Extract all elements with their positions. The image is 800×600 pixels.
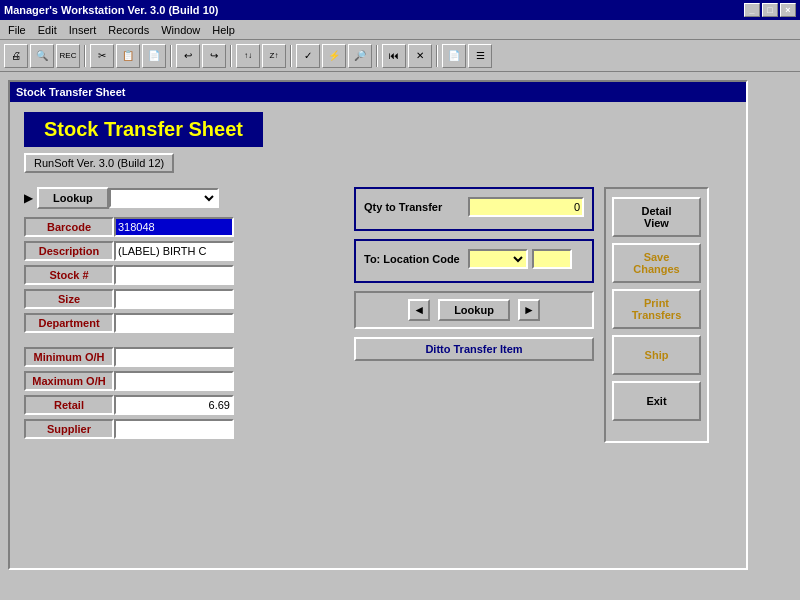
barcode-label: Barcode bbox=[24, 217, 114, 237]
retail-input[interactable] bbox=[114, 395, 234, 415]
exit-button[interactable]: Exit bbox=[612, 381, 701, 421]
title-bar-controls: _ □ × bbox=[744, 3, 796, 17]
min-oh-input[interactable] bbox=[114, 347, 234, 367]
menu-window[interactable]: Window bbox=[155, 22, 206, 38]
nav-prev-button[interactable]: ◄ bbox=[408, 299, 430, 321]
location-extra-input[interactable] bbox=[532, 249, 572, 269]
toolbar-cut-btn[interactable]: ✂ bbox=[90, 44, 114, 68]
toolbar-search-btn[interactable]: 🔍 bbox=[30, 44, 54, 68]
lookup-dropdown[interactable] bbox=[109, 188, 219, 208]
menu-insert[interactable]: Insert bbox=[63, 22, 103, 38]
stock-input[interactable] bbox=[114, 265, 234, 285]
min-oh-row: Minimum O/H bbox=[24, 347, 344, 367]
toolbar-filter-btn[interactable]: ⚡ bbox=[322, 44, 346, 68]
size-input[interactable] bbox=[114, 289, 234, 309]
toolbar-menu-btn[interactable]: ☰ bbox=[468, 44, 492, 68]
nav-next-button[interactable]: ► bbox=[518, 299, 540, 321]
stock-label: Stock # bbox=[24, 265, 114, 285]
department-label: Department bbox=[24, 313, 114, 333]
location-label: To: Location Code bbox=[364, 253, 464, 265]
title-bar: Manager's Workstation Ver. 3.0 (Build 10… bbox=[0, 0, 800, 20]
sts-header: Stock Transfer Sheet bbox=[24, 112, 263, 147]
toolbar-sep1 bbox=[84, 45, 86, 67]
supplier-label: Supplier bbox=[24, 419, 114, 439]
stock-row: Stock # bbox=[24, 265, 344, 285]
supplier-input[interactable] bbox=[114, 419, 234, 439]
menu-bar: File Edit Insert Records Window Help bbox=[0, 20, 800, 40]
location-row: To: Location Code bbox=[364, 249, 584, 269]
nav-lookup-button[interactable]: Lookup bbox=[438, 299, 510, 321]
toolbar-redo-btn[interactable]: ↪ bbox=[202, 44, 226, 68]
qty-transfer-input[interactable] bbox=[468, 197, 584, 217]
toolbar: 🖨 🔍 REC ✂ 📋 📄 ↩ ↪ ↑↓ Z↑ ✓ ⚡ 🔎 ⏮ ✕ 📄 ☰ bbox=[0, 40, 800, 72]
size-row: Size bbox=[24, 289, 344, 309]
toolbar-sep4 bbox=[290, 45, 292, 67]
toolbar-custom1-btn[interactable]: REC bbox=[56, 44, 80, 68]
lookup-button[interactable]: Lookup bbox=[37, 187, 109, 209]
toolbar-doc-btn[interactable]: 📄 bbox=[442, 44, 466, 68]
window-panel-title: Stock Transfer Sheet bbox=[10, 82, 746, 102]
menu-help[interactable]: Help bbox=[206, 22, 241, 38]
lookup-area: ▶ Lookup bbox=[24, 187, 344, 209]
retail-label: Retail bbox=[24, 395, 114, 415]
toolbar-paste-btn[interactable]: 📄 bbox=[142, 44, 166, 68]
version-badge: RunSoft Ver. 3.0 (Build 12) bbox=[24, 153, 174, 173]
toolbar-find-btn[interactable]: 🔎 bbox=[348, 44, 372, 68]
ship-button[interactable]: Ship bbox=[612, 335, 701, 375]
toolbar-sep2 bbox=[170, 45, 172, 67]
qty-transfer-label: Qty to Transfer bbox=[364, 201, 464, 213]
menu-file[interactable]: File bbox=[2, 22, 32, 38]
toolbar-sort-desc-btn[interactable]: Z↑ bbox=[262, 44, 286, 68]
size-label: Size bbox=[24, 289, 114, 309]
minimize-button[interactable]: _ bbox=[744, 3, 760, 17]
description-input[interactable] bbox=[114, 241, 234, 261]
maximize-button[interactable]: □ bbox=[762, 3, 778, 17]
inner-content: Stock Transfer Sheet RunSoft Ver. 3.0 (B… bbox=[10, 102, 746, 453]
toolbar-print-btn[interactable]: 🖨 bbox=[4, 44, 28, 68]
barcode-row: Barcode bbox=[24, 217, 344, 237]
window-panel: Stock Transfer Sheet Stock Transfer Shee… bbox=[8, 80, 748, 570]
qty-transfer-row: Qty to Transfer bbox=[364, 197, 584, 217]
action-buttons: Detail View Save Changes Print Transfers… bbox=[604, 187, 709, 443]
qty-transfer-box: Qty to Transfer bbox=[354, 187, 594, 231]
app-title: Manager's Workstation Ver. 3.0 (Build 10… bbox=[4, 4, 219, 16]
menu-edit[interactable]: Edit bbox=[32, 22, 63, 38]
toolbar-copy-btn[interactable]: 📋 bbox=[116, 44, 140, 68]
toolbar-first-btn[interactable]: ⏮ bbox=[382, 44, 406, 68]
left-column: ▶ Lookup Barcode Description bbox=[24, 187, 344, 443]
max-oh-input[interactable] bbox=[114, 371, 234, 391]
close-button[interactable]: × bbox=[780, 3, 796, 17]
save-changes-button[interactable]: Save Changes bbox=[612, 243, 701, 283]
retail-row: Retail bbox=[24, 395, 344, 415]
supplier-row: Supplier bbox=[24, 419, 344, 439]
record-indicator: ▶ bbox=[24, 191, 33, 205]
department-input[interactable] bbox=[114, 313, 234, 333]
title-bar-title: Manager's Workstation Ver. 3.0 (Build 10… bbox=[4, 4, 219, 16]
max-oh-label: Maximum O/H bbox=[24, 371, 114, 391]
main-area: Stock Transfer Sheet Stock Transfer Shee… bbox=[0, 72, 800, 600]
ditto-button[interactable]: Ditto Transfer Item bbox=[354, 337, 594, 361]
detail-view-button[interactable]: Detail View bbox=[612, 197, 701, 237]
lookup-nav: ◄ Lookup ► bbox=[354, 291, 594, 329]
toolbar-cancel-btn[interactable]: ✕ bbox=[408, 44, 432, 68]
department-row: Department bbox=[24, 313, 344, 333]
toolbar-sep5 bbox=[376, 45, 378, 67]
description-label: Description bbox=[24, 241, 114, 261]
print-transfers-button[interactable]: Print Transfers bbox=[612, 289, 701, 329]
toolbar-sort-asc-btn[interactable]: ↑↓ bbox=[236, 44, 260, 68]
form-area: ▶ Lookup Barcode Description bbox=[24, 187, 732, 443]
toolbar-undo-btn[interactable]: ↩ bbox=[176, 44, 200, 68]
toolbar-sep6 bbox=[436, 45, 438, 67]
bottom-fields: Minimum O/H Maximum O/H Retail Supp bbox=[24, 347, 344, 439]
toolbar-sep3 bbox=[230, 45, 232, 67]
barcode-input[interactable] bbox=[114, 217, 234, 237]
panel-title-text: Stock Transfer Sheet bbox=[16, 86, 125, 98]
location-select[interactable] bbox=[468, 249, 528, 269]
menu-records[interactable]: Records bbox=[102, 22, 155, 38]
middle-column: Qty to Transfer To: Location Code bbox=[354, 187, 594, 443]
max-oh-row: Maximum O/H bbox=[24, 371, 344, 391]
toolbar-check-btn[interactable]: ✓ bbox=[296, 44, 320, 68]
location-box: To: Location Code bbox=[354, 239, 594, 283]
description-row: Description bbox=[24, 241, 344, 261]
min-oh-label: Minimum O/H bbox=[24, 347, 114, 367]
